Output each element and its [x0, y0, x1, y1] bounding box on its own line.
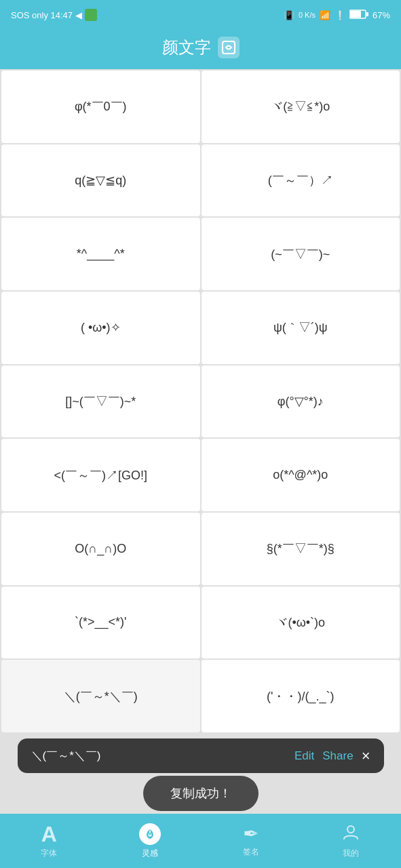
grid-item-15[interactable]: `(*>__<*)' — [1, 587, 200, 659]
popup-selected-text: ＼(￣～*＼￣) — [31, 748, 286, 764]
grid-item-14[interactable]: §(*￣▽￣*)§ — [202, 513, 400, 585]
grid-item-16[interactable]: ヾ(•ω•`)o — [202, 587, 400, 659]
popup-share-button[interactable]: Share — [322, 749, 353, 763]
toast-message: 复制成功！ — [143, 776, 259, 811]
nav-item-font[interactable]: A 字体 — [41, 823, 57, 859]
nav-label-font: 字体 — [41, 848, 57, 859]
status-bar: SOS only 14:47 ◀ 📳 0 K/s 📶 ❕ 67% — [0, 0, 401, 30]
page-title: 颜文字 — [162, 37, 211, 58]
bottom-nav: A 字体 灵感 ✒ 签名 我的 — [0, 814, 401, 868]
grid-item-1[interactable]: φ(*￣0￣) — [1, 71, 200, 143]
wifi-icon: 📶 — [320, 10, 330, 20]
svg-rect-2 — [366, 12, 368, 16]
grid-item-4[interactable]: (￣～￣）↗ — [202, 144, 400, 217]
battery-percent: 67% — [373, 10, 390, 20]
svg-rect-1 — [350, 11, 361, 18]
grid-item-10[interactable]: φ(°▽°*)♪ — [202, 366, 400, 438]
grid-item-12[interactable]: o(*^@^*)o — [202, 439, 400, 511]
grid-item-8[interactable]: ψ(｀▽´)ψ — [202, 292, 400, 364]
nav-item-mine[interactable]: 我的 — [341, 823, 360, 859]
status-right: 📳 0 K/s 📶 ❕ 67% — [284, 9, 390, 21]
mine-icon — [341, 823, 360, 845]
font-icon: A — [41, 823, 57, 845]
nav-label-inspire: 灵感 — [142, 848, 158, 859]
grid-item-11[interactable]: <(￣～￣)↗[GO!] — [1, 439, 200, 511]
nav-item-sign[interactable]: ✒ 签名 — [243, 825, 259, 858]
vibrate-icon: 📳 — [284, 10, 294, 20]
inspire-active-indicator — [139, 823, 161, 845]
svg-point-5 — [149, 833, 151, 835]
nav-label-sign: 签名 — [243, 846, 259, 858]
sign-icon: ✒ — [243, 825, 259, 844]
nav-label-mine: 我的 — [343, 848, 359, 859]
grid-item-6[interactable]: (~￣▽￣)~ — [202, 218, 400, 290]
header: 颜文字 — [0, 30, 401, 69]
alert-icon: ❕ — [335, 10, 345, 20]
network-speed: 0 K/s — [299, 11, 316, 19]
battery-icon — [349, 9, 368, 21]
sos-text: SOS only 14:47 — [11, 10, 73, 20]
location-icon: ◀ — [75, 10, 82, 20]
grid-item-9[interactable]: []~(￣▽￣)~* — [1, 366, 200, 438]
app-icon — [85, 9, 97, 21]
popup-edit-button[interactable]: Edit — [294, 749, 314, 763]
popup-close-button[interactable]: × — [362, 749, 370, 764]
popup-bar: ＼(￣～*＼￣) Edit Share × — [18, 738, 384, 773]
svg-rect-3 — [223, 41, 235, 54]
svg-point-6 — [347, 826, 354, 833]
grid-item-3[interactable]: q(≧▽≦q) — [1, 144, 200, 217]
grid-item-5[interactable]: *^____^* — [1, 218, 200, 290]
nav-item-inspire[interactable]: 灵感 — [139, 823, 161, 859]
grid-item-13[interactable]: O(∩_∩)O — [1, 513, 200, 585]
grid-item-7[interactable]: ( •ω•)✧ — [1, 292, 200, 364]
status-left: SOS only 14:47 ◀ — [11, 9, 97, 21]
grid-item-17[interactable]: ＼(￣～*＼￣) — [1, 660, 200, 732]
grid-item-2[interactable]: ヾ(≧▽≦*)o — [202, 71, 400, 143]
refresh-icon[interactable] — [218, 37, 240, 58]
grid-item-18[interactable]: ('・・)/(_._`) — [202, 660, 400, 732]
